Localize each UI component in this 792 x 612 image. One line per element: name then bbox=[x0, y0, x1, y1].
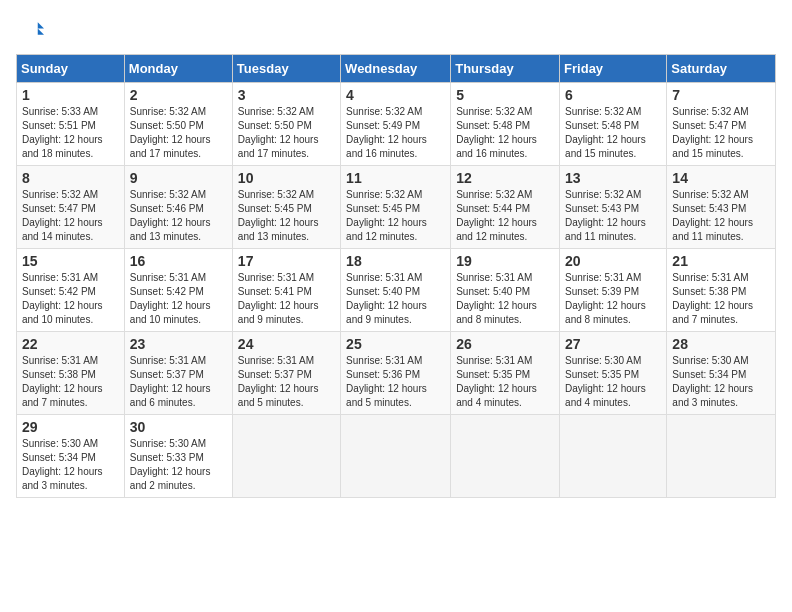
day-number: 18 bbox=[346, 253, 445, 269]
day-number: 23 bbox=[130, 336, 227, 352]
day-info: Sunrise: 5:31 AM Sunset: 5:37 PM Dayligh… bbox=[238, 354, 335, 410]
calendar-table: SundayMondayTuesdayWednesdayThursdayFrid… bbox=[16, 54, 776, 498]
day-number: 9 bbox=[130, 170, 227, 186]
calendar-cell: 23Sunrise: 5:31 AM Sunset: 5:37 PM Dayli… bbox=[124, 332, 232, 415]
day-number: 19 bbox=[456, 253, 554, 269]
day-number: 4 bbox=[346, 87, 445, 103]
day-info: Sunrise: 5:31 AM Sunset: 5:40 PM Dayligh… bbox=[456, 271, 554, 327]
col-header-friday: Friday bbox=[560, 55, 667, 83]
day-info: Sunrise: 5:32 AM Sunset: 5:47 PM Dayligh… bbox=[672, 105, 770, 161]
day-info: Sunrise: 5:31 AM Sunset: 5:42 PM Dayligh… bbox=[130, 271, 227, 327]
day-number: 11 bbox=[346, 170, 445, 186]
day-info: Sunrise: 5:32 AM Sunset: 5:45 PM Dayligh… bbox=[238, 188, 335, 244]
day-number: 21 bbox=[672, 253, 770, 269]
calendar-week-row: 29Sunrise: 5:30 AM Sunset: 5:34 PM Dayli… bbox=[17, 415, 776, 498]
calendar-week-row: 22Sunrise: 5:31 AM Sunset: 5:38 PM Dayli… bbox=[17, 332, 776, 415]
day-info: Sunrise: 5:30 AM Sunset: 5:35 PM Dayligh… bbox=[565, 354, 661, 410]
calendar-cell: 15Sunrise: 5:31 AM Sunset: 5:42 PM Dayli… bbox=[17, 249, 125, 332]
calendar-cell: 17Sunrise: 5:31 AM Sunset: 5:41 PM Dayli… bbox=[232, 249, 340, 332]
calendar-cell: 20Sunrise: 5:31 AM Sunset: 5:39 PM Dayli… bbox=[560, 249, 667, 332]
col-header-wednesday: Wednesday bbox=[341, 55, 451, 83]
calendar-cell: 7Sunrise: 5:32 AM Sunset: 5:47 PM Daylig… bbox=[667, 83, 776, 166]
day-number: 8 bbox=[22, 170, 119, 186]
col-header-thursday: Thursday bbox=[451, 55, 560, 83]
day-number: 13 bbox=[565, 170, 661, 186]
day-number: 24 bbox=[238, 336, 335, 352]
calendar-cell bbox=[560, 415, 667, 498]
day-info: Sunrise: 5:31 AM Sunset: 5:36 PM Dayligh… bbox=[346, 354, 445, 410]
col-header-tuesday: Tuesday bbox=[232, 55, 340, 83]
day-number: 27 bbox=[565, 336, 661, 352]
calendar-cell: 1Sunrise: 5:33 AM Sunset: 5:51 PM Daylig… bbox=[17, 83, 125, 166]
day-info: Sunrise: 5:30 AM Sunset: 5:34 PM Dayligh… bbox=[22, 437, 119, 493]
calendar-cell: 13Sunrise: 5:32 AM Sunset: 5:43 PM Dayli… bbox=[560, 166, 667, 249]
day-number: 22 bbox=[22, 336, 119, 352]
day-number: 16 bbox=[130, 253, 227, 269]
day-number: 28 bbox=[672, 336, 770, 352]
col-header-monday: Monday bbox=[124, 55, 232, 83]
calendar-cell: 10Sunrise: 5:32 AM Sunset: 5:45 PM Dayli… bbox=[232, 166, 340, 249]
day-number: 2 bbox=[130, 87, 227, 103]
calendar-week-row: 15Sunrise: 5:31 AM Sunset: 5:42 PM Dayli… bbox=[17, 249, 776, 332]
calendar-week-row: 8Sunrise: 5:32 AM Sunset: 5:47 PM Daylig… bbox=[17, 166, 776, 249]
day-number: 29 bbox=[22, 419, 119, 435]
calendar-cell: 9Sunrise: 5:32 AM Sunset: 5:46 PM Daylig… bbox=[124, 166, 232, 249]
day-info: Sunrise: 5:32 AM Sunset: 5:43 PM Dayligh… bbox=[565, 188, 661, 244]
day-info: Sunrise: 5:32 AM Sunset: 5:46 PM Dayligh… bbox=[130, 188, 227, 244]
day-number: 12 bbox=[456, 170, 554, 186]
calendar-cell: 21Sunrise: 5:31 AM Sunset: 5:38 PM Dayli… bbox=[667, 249, 776, 332]
day-info: Sunrise: 5:31 AM Sunset: 5:35 PM Dayligh… bbox=[456, 354, 554, 410]
calendar-cell bbox=[341, 415, 451, 498]
calendar-cell: 30Sunrise: 5:30 AM Sunset: 5:33 PM Dayli… bbox=[124, 415, 232, 498]
calendar-cell: 4Sunrise: 5:32 AM Sunset: 5:49 PM Daylig… bbox=[341, 83, 451, 166]
page-header bbox=[16, 16, 776, 44]
logo-icon bbox=[16, 16, 44, 44]
svg-marker-1 bbox=[38, 28, 44, 34]
calendar-cell: 8Sunrise: 5:32 AM Sunset: 5:47 PM Daylig… bbox=[17, 166, 125, 249]
day-info: Sunrise: 5:31 AM Sunset: 5:40 PM Dayligh… bbox=[346, 271, 445, 327]
calendar-cell: 24Sunrise: 5:31 AM Sunset: 5:37 PM Dayli… bbox=[232, 332, 340, 415]
day-info: Sunrise: 5:32 AM Sunset: 5:45 PM Dayligh… bbox=[346, 188, 445, 244]
day-info: Sunrise: 5:31 AM Sunset: 5:42 PM Dayligh… bbox=[22, 271, 119, 327]
day-number: 7 bbox=[672, 87, 770, 103]
day-info: Sunrise: 5:32 AM Sunset: 5:50 PM Dayligh… bbox=[130, 105, 227, 161]
day-number: 5 bbox=[456, 87, 554, 103]
day-info: Sunrise: 5:31 AM Sunset: 5:41 PM Dayligh… bbox=[238, 271, 335, 327]
day-number: 15 bbox=[22, 253, 119, 269]
day-info: Sunrise: 5:32 AM Sunset: 5:48 PM Dayligh… bbox=[565, 105, 661, 161]
calendar-cell: 18Sunrise: 5:31 AM Sunset: 5:40 PM Dayli… bbox=[341, 249, 451, 332]
calendar-cell: 27Sunrise: 5:30 AM Sunset: 5:35 PM Dayli… bbox=[560, 332, 667, 415]
calendar-cell: 16Sunrise: 5:31 AM Sunset: 5:42 PM Dayli… bbox=[124, 249, 232, 332]
day-info: Sunrise: 5:33 AM Sunset: 5:51 PM Dayligh… bbox=[22, 105, 119, 161]
day-number: 1 bbox=[22, 87, 119, 103]
day-info: Sunrise: 5:31 AM Sunset: 5:39 PM Dayligh… bbox=[565, 271, 661, 327]
day-info: Sunrise: 5:31 AM Sunset: 5:37 PM Dayligh… bbox=[130, 354, 227, 410]
day-info: Sunrise: 5:32 AM Sunset: 5:50 PM Dayligh… bbox=[238, 105, 335, 161]
calendar-week-row: 1Sunrise: 5:33 AM Sunset: 5:51 PM Daylig… bbox=[17, 83, 776, 166]
day-info: Sunrise: 5:32 AM Sunset: 5:43 PM Dayligh… bbox=[672, 188, 770, 244]
day-info: Sunrise: 5:30 AM Sunset: 5:33 PM Dayligh… bbox=[130, 437, 227, 493]
calendar-cell: 3Sunrise: 5:32 AM Sunset: 5:50 PM Daylig… bbox=[232, 83, 340, 166]
calendar-cell: 19Sunrise: 5:31 AM Sunset: 5:40 PM Dayli… bbox=[451, 249, 560, 332]
day-info: Sunrise: 5:32 AM Sunset: 5:49 PM Dayligh… bbox=[346, 105, 445, 161]
calendar-cell: 5Sunrise: 5:32 AM Sunset: 5:48 PM Daylig… bbox=[451, 83, 560, 166]
logo bbox=[16, 16, 48, 44]
calendar-cell: 22Sunrise: 5:31 AM Sunset: 5:38 PM Dayli… bbox=[17, 332, 125, 415]
col-header-sunday: Sunday bbox=[17, 55, 125, 83]
calendar-cell bbox=[232, 415, 340, 498]
calendar-cell: 26Sunrise: 5:31 AM Sunset: 5:35 PM Dayli… bbox=[451, 332, 560, 415]
calendar-cell: 25Sunrise: 5:31 AM Sunset: 5:36 PM Dayli… bbox=[341, 332, 451, 415]
calendar-cell bbox=[451, 415, 560, 498]
calendar-cell: 6Sunrise: 5:32 AM Sunset: 5:48 PM Daylig… bbox=[560, 83, 667, 166]
day-number: 30 bbox=[130, 419, 227, 435]
calendar-header-row: SundayMondayTuesdayWednesdayThursdayFrid… bbox=[17, 55, 776, 83]
day-number: 10 bbox=[238, 170, 335, 186]
calendar-cell: 12Sunrise: 5:32 AM Sunset: 5:44 PM Dayli… bbox=[451, 166, 560, 249]
day-number: 14 bbox=[672, 170, 770, 186]
calendar-cell bbox=[667, 415, 776, 498]
calendar-cell: 28Sunrise: 5:30 AM Sunset: 5:34 PM Dayli… bbox=[667, 332, 776, 415]
day-number: 3 bbox=[238, 87, 335, 103]
day-info: Sunrise: 5:32 AM Sunset: 5:44 PM Dayligh… bbox=[456, 188, 554, 244]
svg-marker-0 bbox=[38, 22, 44, 28]
day-info: Sunrise: 5:31 AM Sunset: 5:38 PM Dayligh… bbox=[22, 354, 119, 410]
